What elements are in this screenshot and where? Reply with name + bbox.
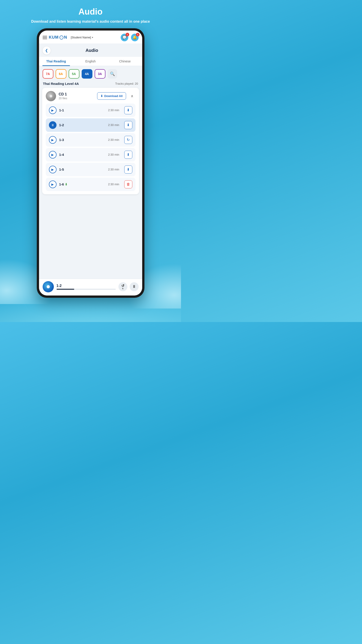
chip-4a[interactable]: 4A xyxy=(82,69,92,78)
cd-icon-inner xyxy=(50,95,52,98)
track-duration-1-4: 2:30 min xyxy=(108,153,119,156)
hamburger-line-3 xyxy=(43,38,47,39)
chip-5a[interactable]: 5A xyxy=(69,69,79,78)
track-duration-1-6: 2:30 min xyxy=(108,182,119,186)
cd-card: CD 1 20 files ⬇ Download All ∧ ▶ 1-1 xyxy=(42,88,139,194)
mini-cd-icon xyxy=(43,281,54,292)
chip-3a[interactable]: 3A xyxy=(95,69,105,78)
download-button-1-5[interactable]: ⬇ xyxy=(124,166,132,174)
message-badge: 1 xyxy=(126,33,129,36)
track-item: ▶ 1-6 ⬇ 2:30 min 🗑 xyxy=(46,178,136,191)
mini-pause-button[interactable]: ⏸ xyxy=(130,282,139,291)
replay5-button[interactable]: ↺ 5 xyxy=(118,282,127,291)
play-button-1-1[interactable]: ▶ xyxy=(49,106,56,114)
student-chevron-icon: ▾ xyxy=(92,36,93,38)
kumon-logo-circle: ○ xyxy=(59,36,63,40)
phone-screen: KUM○N [Student Name] ▾ 💬 1 🔔 1 ❮ xyxy=(39,30,142,296)
page-subtitle: Download and listen learning material's … xyxy=(31,19,150,24)
pause-button-1-2[interactable]: ⏸ xyxy=(49,121,56,129)
track-duration-1-1: 2:30 min xyxy=(108,108,119,112)
track-name-1-3: 1-3 xyxy=(59,138,105,142)
track-duration-1-2: 2:30 min xyxy=(108,123,119,127)
cd-header: CD 1 20 files ⬇ Download All ∧ xyxy=(46,91,136,101)
track-name-1-5: 1-5 xyxy=(59,168,105,171)
track-item: ▶ 1-4 2:30 min ⬇ xyxy=(46,148,136,162)
level-info-label: Thai Reading Level 4A xyxy=(43,82,79,86)
replay5-label: 5 xyxy=(122,288,123,290)
back-button[interactable]: ❮ xyxy=(43,46,51,54)
cd-files: 20 files xyxy=(59,97,94,100)
tabs-bar: Thai Reading English Chinese xyxy=(39,57,142,66)
level-chips: 7A 6A 5A 4A 3A 🔍 xyxy=(39,66,142,81)
track-item: ▶ 1-5 2:30 min ⬇ xyxy=(46,163,136,176)
track-item-playing: ⏸ 1-2 2:30 min ⬇ xyxy=(46,118,136,132)
top-bar-icons: 💬 1 🔔 1 xyxy=(121,34,139,41)
page-header: Audio Download and listen learning mater… xyxy=(31,7,150,24)
track-item: ▶ 1-1 2:30 min ⬇ xyxy=(46,104,136,117)
notification-badge: 1 xyxy=(136,33,140,36)
top-bar: KUM○N [Student Name] ▾ 💬 1 🔔 1 xyxy=(39,30,142,44)
downloaded-checkmark: ⬇ xyxy=(65,182,67,186)
play-button-1-6[interactable]: ▶ xyxy=(49,180,56,188)
download-all-label: Download All xyxy=(104,94,123,98)
screen-title: Audio xyxy=(53,48,131,53)
content-area: ❮ Audio Thai Reading English Chinese 7A … xyxy=(39,44,142,279)
track-duration-1-5: 2:30 min xyxy=(108,168,119,171)
track-name-1-4: 1-4 xyxy=(59,153,105,156)
track-duration-1-3: 2:30 min xyxy=(108,138,119,142)
download-button-1-4[interactable]: ⬇ xyxy=(124,151,132,159)
track-item: ▶ 1-3 2:30 min ↻ xyxy=(46,133,136,147)
loading-button-1-3[interactable]: ↻ xyxy=(124,136,132,144)
play-button-1-4[interactable]: ▶ xyxy=(49,151,56,158)
student-name-label: [Student Name] xyxy=(71,36,91,39)
student-name-selector[interactable]: [Student Name] ▾ xyxy=(71,36,93,39)
hamburger-line-2 xyxy=(43,37,47,38)
kumon-logo: KUM○N xyxy=(49,35,67,40)
screen-header: ❮ Audio xyxy=(39,44,142,54)
mini-track-name: 1-2 xyxy=(56,284,116,288)
chip-7a[interactable]: 7A xyxy=(43,69,53,78)
mini-player-info: 1-2 xyxy=(56,284,116,290)
track-name-1-2: 1-2 xyxy=(59,123,105,127)
download-all-button[interactable]: ⬇ Download All xyxy=(97,92,126,100)
hamburger-line-1 xyxy=(43,36,47,36)
mini-cd-inner xyxy=(47,285,50,288)
cd-icon xyxy=(46,91,56,101)
download-all-icon: ⬇ xyxy=(100,94,103,98)
tab-english[interactable]: English xyxy=(73,57,108,66)
page-heading: Audio xyxy=(31,7,150,16)
level-info: Thai Reading Level 4A Tracks played: 20 xyxy=(39,81,142,88)
download-button-1-2[interactable]: ⬇ xyxy=(124,121,132,129)
notification-icon-wrap[interactable]: 🔔 1 xyxy=(131,34,139,41)
track-name-1-1: 1-1 xyxy=(59,108,105,112)
mini-player: 1-2 ↺ 5 ⏸ xyxy=(39,279,142,296)
tab-chinese[interactable]: Chinese xyxy=(108,57,142,66)
message-icon-wrap[interactable]: 💬 1 xyxy=(121,34,128,41)
collapse-button[interactable]: ∧ xyxy=(129,93,136,100)
cd-info: CD 1 20 files xyxy=(59,92,94,100)
progress-bar[interactable] xyxy=(56,289,116,290)
tracks-played-label: Tracks played: 20 xyxy=(115,82,138,85)
mini-controls: ↺ 5 ⏸ xyxy=(118,282,139,291)
play-button-1-3[interactable]: ▶ xyxy=(49,136,56,144)
track-list: ▶ 1-1 2:30 min ⬇ ⏸ 1-2 2:30 min ⬇ ▶ xyxy=(46,104,136,191)
progress-bar-fill xyxy=(56,289,74,290)
search-chip[interactable]: 🔍 xyxy=(108,69,117,78)
track-name-1-6: 1-6 ⬇ xyxy=(59,182,105,186)
tab-thai-reading[interactable]: Thai Reading xyxy=(39,57,73,66)
play-button-1-5[interactable]: ▶ xyxy=(49,166,56,173)
hamburger-menu[interactable] xyxy=(43,36,47,39)
phone-frame: KUM○N [Student Name] ▾ 💬 1 🔔 1 ❮ xyxy=(37,28,145,298)
download-button-1-1[interactable]: ⬇ xyxy=(124,106,132,114)
delete-button-1-6[interactable]: 🗑 xyxy=(124,180,132,188)
chip-6a[interactable]: 6A xyxy=(56,69,66,78)
cd-title: CD 1 xyxy=(59,92,94,96)
